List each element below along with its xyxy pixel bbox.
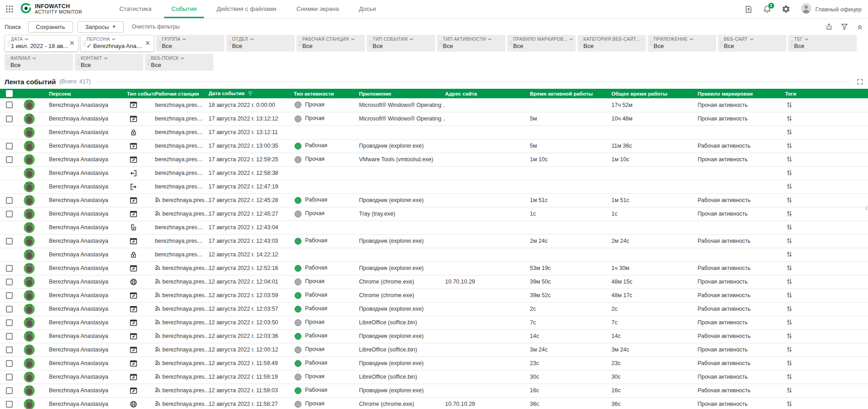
row-checkbox-cell[interactable]: [0, 302, 16, 316]
drag-handle-icon[interactable]: [228, 40, 232, 46]
filter-chip-application[interactable]: ПРИЛОЖЕНИЕВсе: [648, 35, 716, 52]
row-checkbox-cell[interactable]: [0, 356, 16, 370]
tags-icon[interactable]: [785, 209, 794, 218]
settings-gear-icon[interactable]: [781, 5, 790, 14]
fullscreen-icon[interactable]: [857, 78, 863, 85]
table-row[interactable]: Berezhnaya Anastasiyaberezhnaya.presale.…: [0, 248, 868, 261]
table-row[interactable]: Berezhnaya Anastasiyaberezhnaya.pres...1…: [0, 261, 868, 275]
tags-icon[interactable]: [785, 372, 794, 381]
row-checkbox[interactable]: [6, 265, 13, 272]
row-checkbox-cell[interactable]: [0, 289, 16, 302]
share-export-icon[interactable]: [825, 23, 833, 30]
filter-chip-marking-rule[interactable]: ПРАВИЛО МАРКИРОВ...Все: [507, 35, 576, 52]
nav-tab-statistics[interactable]: Статистика: [109, 0, 161, 18]
clear-filters-link[interactable]: Очистить фильтры: [132, 24, 179, 30]
row-checkbox[interactable]: [6, 387, 13, 394]
tags-icon[interactable]: [785, 359, 794, 367]
tags-icon[interactable]: [785, 345, 794, 354]
row-checkbox-cell[interactable]: [0, 397, 16, 409]
table-row[interactable]: Berezhnaya Anastasiyaberezhnaya.pres...1…: [0, 384, 868, 397]
tags-icon[interactable]: [785, 236, 794, 245]
filter-chip-activity-type[interactable]: ТИП АКТИВНОСТИВсе: [437, 35, 505, 52]
drag-handle-icon[interactable]: [790, 40, 794, 46]
nav-tab-screenshots[interactable]: Снимки экрана: [286, 0, 349, 18]
row-checkbox[interactable]: [6, 143, 13, 149]
tags-icon[interactable]: [785, 318, 794, 327]
row-checkbox-cell[interactable]: [0, 139, 16, 153]
drag-handle-icon[interactable]: [368, 40, 373, 46]
tags-icon[interactable]: [785, 155, 794, 164]
filter-chip-web-search[interactable]: ВЕБ-ПОИСКВсе: [145, 54, 213, 71]
tags-icon[interactable]: [785, 304, 794, 313]
column-header-9[interactable]: Правило маркировки: [698, 89, 785, 98]
table-row[interactable]: Berezhnaya Anastasiyaberezhnaya.pres...1…: [0, 275, 868, 289]
table-row[interactable]: Berezhnaya Anastasiyaberezhnaya.presale.…: [0, 112, 868, 125]
tags-icon[interactable]: [785, 101, 794, 109]
filter-chip-department[interactable]: ОТДЕЛВсе: [226, 35, 295, 52]
select-all-checkbox-cell[interactable]: [0, 89, 16, 98]
column-header-4[interactable]: Тип активности: [294, 89, 359, 98]
column-header-5[interactable]: Приложение: [359, 89, 445, 98]
row-checkbox-cell[interactable]: [0, 329, 16, 343]
nav-tab-file-actions[interactable]: Действия с файлами: [207, 0, 286, 18]
table-row[interactable]: Berezhnaya Anastasiyaberezhnaya.pres...1…: [0, 370, 868, 384]
table-row[interactable]: Berezhnaya Anastasiyaberezhnaya.pres...1…: [0, 289, 868, 302]
row-checkbox-cell[interactable]: [0, 153, 16, 166]
table-row[interactable]: Berezhnaya Anastasiyaberezhnaya.presale.…: [0, 153, 868, 166]
table-row[interactable]: Berezhnaya Anastasiyaberezhnaya.pres...1…: [0, 316, 868, 329]
column-header-6[interactable]: Адрес сайта: [445, 89, 530, 98]
filter-chip-group[interactable]: ГРУППАВсе: [156, 35, 224, 52]
filter-chip-date[interactable]: ДАТА1 июл. 2022 - 18 ав...×: [5, 35, 78, 52]
sort-icon[interactable]: [247, 91, 253, 97]
save-button[interactable]: Сохранить: [28, 21, 73, 33]
user-menu[interactable]: Главный офицер: [800, 3, 862, 16]
filter-chip-web-category[interactable]: КАТЕГОРИЯ ВЕБ-САЙТ...Все: [577, 35, 646, 52]
row-checkbox-cell[interactable]: [0, 316, 16, 329]
drag-handle-icon[interactable]: [649, 40, 654, 46]
row-checkbox-cell[interactable]: [0, 343, 16, 356]
tags-icon[interactable]: [785, 223, 794, 231]
column-header-2[interactable]: Рабочая станция: [155, 89, 209, 98]
row-checkbox[interactable]: [6, 115, 13, 122]
close-icon[interactable]: ×: [144, 39, 151, 47]
table-row[interactable]: Berezhnaya Anastasiyaberezhnaya.pres...1…: [0, 329, 868, 343]
row-checkbox-cell[interactable]: [0, 234, 16, 248]
table-row[interactable]: Berezhnaya Anastasiyaberezhnaya.presale.…: [0, 166, 868, 180]
tags-icon[interactable]: [785, 250, 794, 259]
filter-funnel-icon[interactable]: [841, 23, 848, 30]
row-checkbox-cell[interactable]: [0, 275, 16, 289]
tags-icon[interactable]: [785, 168, 794, 177]
export-report-icon[interactable]: [744, 5, 753, 14]
drag-handle-icon[interactable]: [509, 40, 513, 46]
filter-chip-website[interactable]: ВЕБ-САЙТВсе: [718, 35, 786, 52]
tags-icon[interactable]: [785, 182, 794, 191]
table-row[interactable]: Berezhnaya Anastasiyaberezhnaya.pres...1…: [0, 343, 868, 356]
row-checkbox[interactable]: [6, 333, 13, 340]
table-row[interactable]: Berezhnaya Anastasiyaberezhnaya.pres...1…: [0, 207, 868, 221]
row-checkbox[interactable]: [6, 360, 13, 367]
notifications-bell-icon[interactable]: 2: [763, 5, 771, 14]
filter-chip-contact[interactable]: КОНТАКТВсе: [75, 54, 143, 71]
table-row[interactable]: Berezhnaya Anastasiyaberezhnaya.pres...1…: [0, 397, 868, 409]
row-checkbox[interactable]: [6, 401, 13, 408]
tags-icon[interactable]: [785, 264, 794, 272]
drag-handle-icon[interactable]: [146, 59, 151, 65]
tags-icon[interactable]: [785, 196, 794, 204]
filter-chip-workstation[interactable]: РАБОЧАЯ СТАНЦИЯВсе: [296, 35, 365, 52]
row-checkbox[interactable]: [6, 306, 13, 313]
tags-icon[interactable]: [785, 277, 794, 286]
collapse-filters-icon[interactable]: [856, 23, 863, 30]
row-checkbox-cell[interactable]: [0, 384, 16, 397]
table-row[interactable]: Berezhnaya Anastasiyaberezhnaya.pres...1…: [0, 193, 868, 207]
filter-chip-event-type[interactable]: ТИП СОБЫТИЯВсе: [367, 35, 435, 52]
tags-icon[interactable]: [785, 141, 794, 150]
drag-handle-icon[interactable]: [719, 40, 724, 46]
select-all-checkbox[interactable]: [6, 90, 13, 97]
tags-icon[interactable]: [785, 128, 794, 136]
table-row[interactable]: Berezhnaya Anastasiyaberezhnaya.pres...1…: [0, 356, 868, 370]
column-header-10[interactable]: Теги: [785, 89, 868, 98]
row-checkbox[interactable]: [6, 319, 13, 326]
column-header-0[interactable]: Персона: [40, 89, 127, 98]
drag-handle-icon[interactable]: [82, 40, 87, 46]
row-checkbox[interactable]: [6, 238, 13, 245]
